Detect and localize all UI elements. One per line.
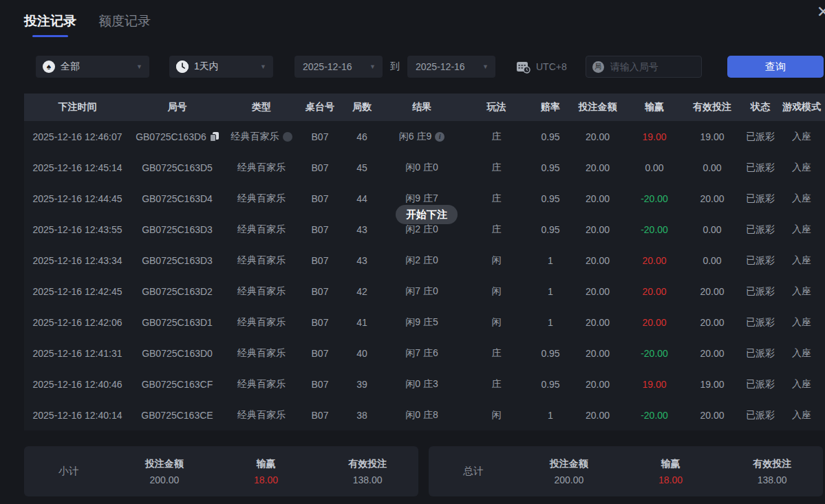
bet-amount: 20.00: [568, 410, 627, 421]
time-range-select[interactable]: 1天内 ▼: [169, 56, 273, 78]
column-header: 有效投注: [682, 101, 742, 113]
subtotal-win-loss: 输赢 18.00: [215, 458, 317, 485]
to-label: 到: [390, 61, 400, 73]
result-value: 闲7 庄6: [405, 347, 438, 360]
valid-bet: 19.00: [682, 379, 742, 390]
round-icon: 局: [592, 61, 604, 73]
play-type: 庄: [460, 223, 533, 236]
bet-amount: 20.00: [568, 286, 627, 297]
total-panel: 总计 投注金额 200.00 输赢 18.00 有效投注 138.00: [429, 446, 823, 496]
game-mode: 入座: [778, 193, 825, 205]
result-value: 闲6 庄9: [399, 131, 431, 143]
odds-value: 0.95: [533, 131, 568, 142]
filter-bar: ♠ 全部 ▼ 1天内 ▼ 2025-12-16 ▼ 到 2025-12-16 ▼…: [36, 56, 702, 78]
bet-amount: 20.00: [568, 317, 627, 328]
game-type: 经典百家乐: [237, 254, 286, 267]
table-row: 2025-12-16 12:40:14 GB0725C163CE 经典百家乐 B…: [24, 399, 825, 430]
odds-value: 1: [533, 317, 568, 328]
column-header: 局数: [341, 101, 383, 113]
win-loss-value: 20.00: [627, 255, 682, 266]
tab-betting-records[interactable]: 投注记录: [24, 12, 76, 37]
round-id-cell: GB0725C163CF: [131, 379, 224, 390]
odds-value: 1: [533, 410, 568, 421]
copy-icon[interactable]: [210, 132, 219, 142]
table-header: 下注时间局号类型桌台号局数结果玩法赔率投注金额输赢有效投注状态游戏模式: [24, 94, 825, 121]
date-from-value: 2025-12-16: [303, 61, 352, 72]
game-type: 经典百家乐: [237, 285, 286, 298]
bet-amount: 20.00: [568, 379, 627, 390]
timezone-display: UTC+8: [516, 60, 567, 74]
bet-time: 2025-12-16 12:43:55: [24, 224, 131, 235]
game-type: 经典百家乐: [237, 193, 286, 205]
total-win-loss: 输赢 18.00: [620, 458, 722, 485]
status-value: 已派彩: [742, 347, 778, 360]
round-id: GB0725C163D4: [142, 193, 213, 204]
result-value: 闲7 庄0: [405, 285, 438, 298]
round-id-cell: GB0725C163CE: [131, 410, 224, 421]
table-number: B07: [299, 193, 341, 204]
round-number: 40: [341, 348, 383, 359]
round-search-input[interactable]: [609, 61, 691, 73]
date-from-select[interactable]: 2025-12-16 ▼: [294, 56, 383, 78]
timezone-value: UTC+8: [536, 61, 567, 72]
game-mode: 入座: [778, 409, 825, 421]
column-header: 输赢: [627, 101, 682, 113]
game-type: 经典百家乐: [237, 223, 286, 236]
play-type: 庄: [460, 347, 533, 360]
game-type-cell: 经典百家乐: [224, 131, 299, 143]
game-type: 经典百家乐: [237, 409, 286, 421]
play-type: 闲: [460, 316, 533, 329]
column-header: 状态: [742, 101, 778, 113]
result-info-icon[interactable]: i: [435, 132, 444, 142]
odds-value: 0.95: [533, 193, 568, 204]
result-cell: 闲7 庄6 i: [383, 347, 460, 360]
tab-bar: 投注记录 额度记录: [24, 12, 151, 37]
round-search-field[interactable]: 局: [586, 56, 702, 78]
win-loss-value: 20.00: [627, 286, 682, 297]
play-type: 闲: [460, 409, 533, 421]
tab-quota-records[interactable]: 额度记录: [98, 12, 151, 37]
odds-value: 1: [533, 286, 568, 297]
round-id-cell: GB0725C163D5: [131, 162, 224, 173]
result-value: 闲0 庄3: [405, 378, 438, 391]
bet-amount: 20.00: [568, 348, 627, 359]
game-mode: 入座: [778, 162, 825, 174]
result-value: 闲9 庄7: [405, 193, 438, 205]
round-id-cell: GB0725C163D1: [131, 317, 224, 328]
result-cell: 闲0 庄0 i: [383, 162, 460, 174]
spade-icon: ♠: [43, 61, 55, 73]
round-id: GB0725C163D1: [142, 317, 213, 328]
bet-amount: 20.00: [568, 224, 627, 235]
bet-records-table: 下注时间局号类型桌台号局数结果玩法赔率投注金额输赢有效投注状态游戏模式 2025…: [24, 94, 825, 430]
type-help-icon[interactable]: [283, 132, 292, 142]
status-value: 已派彩: [742, 193, 778, 205]
result-cell: 闲7 庄0 i: [383, 285, 460, 298]
date-to-select[interactable]: 2025-12-16 ▼: [407, 56, 495, 78]
bet-amount: 20.00: [568, 255, 627, 266]
round-id-cell: GB0725C163D2: [131, 286, 224, 297]
table-row: 2025-12-16 12:43:34 GB0725C163D3 经典百家乐 B…: [24, 245, 825, 276]
game-type-value: 全部: [61, 61, 80, 73]
result-cell: 闲2 庄0 i: [383, 254, 460, 267]
round-id: GB0725C163D3: [142, 255, 213, 266]
game-type: 经典百家乐: [237, 162, 286, 174]
total-valid-bet: 有效投注 138.00: [721, 458, 823, 485]
game-type-select[interactable]: ♠ 全部 ▼: [36, 56, 149, 78]
game-mode: 入座: [778, 347, 825, 360]
game-type-cell: 经典百家乐: [224, 409, 299, 421]
round-number: 38: [341, 410, 383, 421]
search-button[interactable]: 查询: [727, 56, 824, 78]
close-icon[interactable]: ✕: [817, 4, 825, 20]
round-id: GB0725C163CE: [141, 410, 213, 421]
win-loss-value: -20.00: [627, 193, 682, 204]
play-type: 庄: [460, 193, 533, 205]
total-bet-amount: 投注金额 200.00: [518, 458, 620, 485]
bet-amount: 20.00: [568, 131, 627, 142]
column-header: 结果: [383, 101, 460, 113]
valid-bet: 20.00: [682, 348, 742, 359]
round-id: GB0725C163D3: [142, 224, 213, 235]
result-value: 闲2 庄0: [405, 254, 438, 267]
result-value: 闲9 庄5: [405, 316, 438, 329]
odds-value: 0.95: [533, 348, 568, 359]
result-cell: 闲9 庄7 i: [383, 193, 460, 205]
